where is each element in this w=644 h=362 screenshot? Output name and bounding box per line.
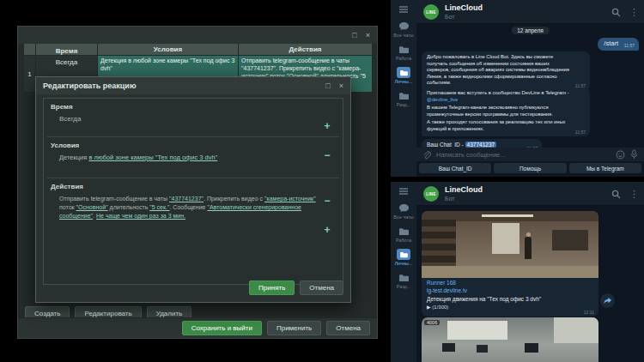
close-icon[interactable]: × <box>366 32 370 39</box>
remove-condition-button[interactable]: − <box>322 151 332 161</box>
message-list: Runner 168 lg-test.devline.tv Детекция д… <box>416 206 644 362</box>
condition-link[interactable]: в любой зоне камеры "Тех под офис 3 dvh" <box>88 154 217 161</box>
window-bottombar: Сохранить и выйти Применить Отмена <box>18 317 377 338</box>
camera-osd-label: 4006 <box>424 320 440 325</box>
folder-label: Работа <box>396 238 411 243</box>
counter-text: (1/300) <box>432 305 448 310</box>
action-stream-link[interactable]: "Основной" <box>76 204 108 210</box>
action-rate-link[interactable]: Не чаще чем один раз за 3 мин. <box>96 213 185 219</box>
chat-header: LINE LineCloud Бот ⋮ <box>416 182 644 206</box>
remove-action-button[interactable]: − <box>322 196 332 207</box>
camera-snapshot-photo[interactable] <box>422 211 598 278</box>
chat-bubble-icon <box>397 21 410 32</box>
more-menu-icon[interactable]: ⋮ <box>629 189 639 200</box>
apply-button[interactable]: Применить <box>267 321 321 335</box>
microphone-icon[interactable] <box>630 149 638 160</box>
camera-snapshot-photo-2[interactable]: 4006 <box>422 317 598 362</box>
clip-counter: ▶ (1/300) <box>427 304 593 310</box>
emoji-icon[interactable] <box>616 150 625 160</box>
dialog-title: Редактировать реакцию <box>43 81 317 90</box>
folder-misc[interactable]: Разд... <box>397 272 411 289</box>
telegram-window-bottom: Все чаты Работа Личны... Разд... <box>391 182 644 362</box>
header-icons: ⋮ <box>611 0 639 24</box>
channel-link[interactable]: @devline_live <box>427 97 458 102</box>
telegram-window-top: Все чаты Работа Личны... Разд... <box>391 0 644 177</box>
folder-icon <box>397 44 410 55</box>
folders-sidebar: Все чаты Работа Личны... Разд... <box>391 0 416 177</box>
condition-prefix: Детекция <box>59 154 88 161</box>
action-part: поток <box>59 204 76 210</box>
bot-keyboard: Ваш Chat_ID Помощь Мы в Telegram <box>416 162 644 175</box>
dialog-body: Время Всегда + Условия Детекция в любой … <box>43 98 343 285</box>
search-icon[interactable] <box>611 8 621 17</box>
server-url-link[interactable]: lg-test.devline.tv <box>427 287 593 295</box>
hamburger-menu-icon[interactable] <box>398 5 409 14</box>
folder-work[interactable]: Работа <box>396 44 411 61</box>
dialog-actions: Принять Отмена <box>249 281 343 295</box>
avatar: LINE <box>423 4 439 20</box>
chat-title: LineCloud <box>445 3 483 12</box>
bot-button-chatid[interactable]: Ваш Chat_ID <box>419 163 491 173</box>
incoming-message-detection: Runner 168 lg-test.devline.tv Детекция д… <box>422 211 598 317</box>
dialog-titlebar: Редактировать реакцию □ × <box>36 77 350 94</box>
header-actions: Действия <box>239 44 373 55</box>
accept-button[interactable]: Принять <box>249 281 295 295</box>
time-value: Всегда <box>59 115 81 123</box>
maximize-icon[interactable]: □ <box>352 32 356 39</box>
folder-label: Все чаты <box>393 33 413 38</box>
share-button[interactable] <box>600 293 615 308</box>
message-time: 11:57 <box>624 43 635 49</box>
message-text: А также проходят голосования за реализац… <box>427 119 569 132</box>
header-num <box>24 44 36 55</box>
message-text: В нашем Telegram-канале эксклюзивно публ… <box>427 105 569 118</box>
message-text: /start <box>604 39 618 47</box>
save-exit-button[interactable]: Сохранить и выйти <box>182 321 262 335</box>
folder-icon <box>397 249 410 260</box>
desktop: □ × Время Условия Действия 1 Всегда Дете… <box>0 0 644 362</box>
attach-icon[interactable] <box>422 150 431 160</box>
action-camera-link[interactable]: "камера-источник" <box>264 196 316 202</box>
chat-title: LineCloud <box>445 185 483 194</box>
server-link[interactable]: Runner 168 <box>427 280 593 287</box>
search-icon[interactable] <box>611 190 621 199</box>
chat-subtitle: Бот <box>445 14 455 20</box>
outgoing-message: /start 11:57 <box>598 38 639 51</box>
action-chat-link[interactable]: "437741237" <box>169 196 204 202</box>
chat-bubble-icon <box>397 202 410 214</box>
action-duration-link[interactable]: "5 сек." <box>149 204 169 210</box>
chat-id-value[interactable]: 437741237 <box>465 142 497 148</box>
folder-personal[interactable]: Личны... <box>394 67 412 84</box>
folder-work[interactable]: Работа <box>396 226 411 243</box>
chat-header: LINE LineCloud Бот ⋮ <box>416 0 644 24</box>
message-time: 12:11 <box>584 310 594 315</box>
cancel-button[interactable]: Отмена <box>326 321 370 335</box>
date-separator: 12 апреля <box>511 27 550 34</box>
folder-all-chats[interactable]: Все чаты <box>393 21 413 38</box>
message-input[interactable]: Написать сообщение... <box>436 151 611 159</box>
bot-button-telegram[interactable]: Мы в Telegram <box>569 163 641 173</box>
message-caption: Runner 168 lg-test.devline.tv Детекция д… <box>422 278 598 317</box>
dialog-close-icon[interactable]: × <box>339 82 343 90</box>
message-time: 11:57 <box>575 130 586 136</box>
time-section-label: Время <box>51 103 73 111</box>
folder-label: Разд... <box>397 284 411 289</box>
add-action-button[interactable]: + <box>322 226 332 236</box>
folder-all-chats[interactable]: Все чаты <box>393 202 413 220</box>
folder-personal[interactable]: Личны... <box>394 249 412 266</box>
folder-misc[interactable]: Разд... <box>397 90 411 107</box>
message-list: 12 апреля /start 11:57 Добро пожаловать … <box>416 24 644 148</box>
incoming-message-invite: Приглашаем вас вступить в сообщество Dev… <box>422 87 590 136</box>
dialog-maximize-icon[interactable]: □ <box>325 82 330 90</box>
action-part: длительность <box>108 204 150 210</box>
header-time: Время <box>36 44 98 55</box>
message-input-bar: Написать сообщение... <box>416 148 644 161</box>
add-time-button[interactable]: + <box>322 122 332 132</box>
play-icon[interactable]: ▶ <box>427 305 431 310</box>
dialog-cancel-button[interactable]: Отмена <box>300 281 343 295</box>
bot-button-help[interactable]: Помощь <box>494 163 566 173</box>
warehouse-scene <box>422 211 598 278</box>
row-number[interactable]: 1 <box>24 55 36 93</box>
hamburger-menu-icon[interactable] <box>398 187 409 196</box>
message-text: Ваш Chat_ID - <box>427 142 465 148</box>
more-menu-icon[interactable]: ⋮ <box>629 7 639 18</box>
